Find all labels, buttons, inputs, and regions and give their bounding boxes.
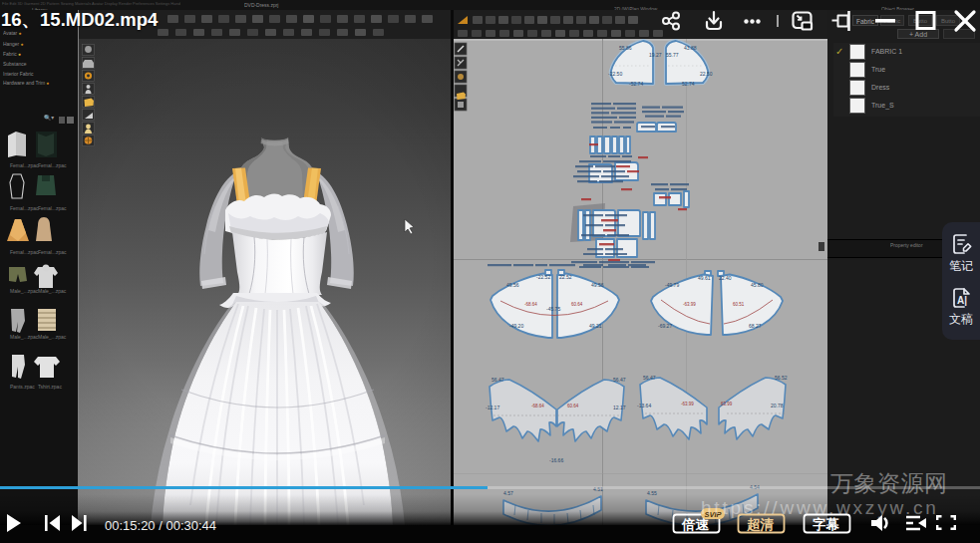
svg-text:Femal...zpac: Femal...zpac	[38, 205, 67, 211]
svg-text:22.40: 22.40	[719, 275, 732, 281]
svg-text:56.47: 56.47	[491, 377, 504, 383]
svg-text:45.80: 45.80	[751, 282, 764, 288]
svg-text:-16.66: -16.66	[549, 457, 563, 463]
svg-text:60.64: 60.64	[567, 404, 579, 408]
svg-text:-63.99: -63.99	[683, 302, 696, 307]
svg-text:56.47: 56.47	[643, 375, 656, 381]
svg-text:56.47: 56.47	[613, 377, 626, 383]
svg-text:20.78: 20.78	[771, 403, 784, 408]
svg-text:-45.75: -45.75	[546, 306, 560, 312]
svg-text:-68.64: -68.64	[524, 302, 537, 307]
svg-text:Male_...zpac: Male_...zpac	[10, 334, 39, 340]
svg-text:-13.64: -13.64	[637, 403, 651, 408]
svg-text:60.51: 60.51	[733, 302, 745, 307]
svg-text:Femal...zpac: Femal...zpac	[38, 162, 67, 168]
svg-text:22.50: 22.50	[700, 71, 713, 77]
svg-text:55.86: 55.86	[619, 45, 632, 51]
svg-text:-49.20: -49.20	[509, 323, 523, 329]
svg-text:63.99: 63.99	[721, 402, 733, 407]
svg-text:-63.99: -63.99	[681, 402, 694, 407]
svg-text:-22.50: -22.50	[608, 71, 622, 77]
svg-text:49.56: 49.56	[506, 282, 519, 288]
svg-text:22.52: 22.52	[559, 274, 572, 280]
svg-text:-49.79: -49.79	[665, 282, 679, 288]
svg-text:Male_...zpac: Male_...zpac	[38, 288, 67, 294]
svg-text:56.52: 56.52	[775, 375, 788, 381]
svg-text:Femal...zpac: Femal...zpac	[10, 162, 39, 168]
svg-text:60.64: 60.64	[571, 302, 583, 307]
svg-text:49.61: 49.61	[698, 275, 711, 281]
svg-text:Male_...zpac: Male_...zpac	[10, 288, 39, 294]
svg-text:Femal...zpac: Femal...zpac	[38, 249, 67, 255]
svg-text:Pants.zpac: Pants.zpac	[10, 384, 35, 390]
svg-text:-12.17: -12.17	[486, 405, 499, 410]
svg-text:49.56: 49.56	[591, 282, 604, 288]
svg-text:43.88: 43.88	[684, 45, 697, 51]
svg-text:49.21: 49.21	[589, 323, 602, 329]
svg-text:52.74: 52.74	[682, 81, 695, 87]
svg-text:68.27: 68.27	[749, 323, 762, 329]
svg-text:-22.52: -22.52	[536, 274, 550, 280]
svg-text:55.77: 55.77	[666, 52, 679, 58]
svg-text:00:15:20 / 00:30:44: 00:15:20 / 00:30:44	[105, 518, 216, 533]
svg-text:-69.27: -69.27	[658, 323, 672, 329]
svg-text:12.17: 12.17	[613, 405, 626, 410]
svg-text:19.27: 19.27	[649, 52, 662, 58]
svg-text:Femal...zpac: Femal...zpac	[10, 249, 39, 255]
svg-text:Male_...zpac: Male_...zpac	[38, 334, 67, 340]
svg-text:-68.64: -68.64	[531, 404, 544, 408]
svg-text:-52.74: -52.74	[629, 81, 643, 87]
svg-text:A|: A|	[957, 295, 967, 306]
svg-text:Tshirt.zpac: Tshirt.zpac	[38, 384, 62, 390]
svg-text:Femal...zpac: Femal...zpac	[10, 205, 39, 211]
